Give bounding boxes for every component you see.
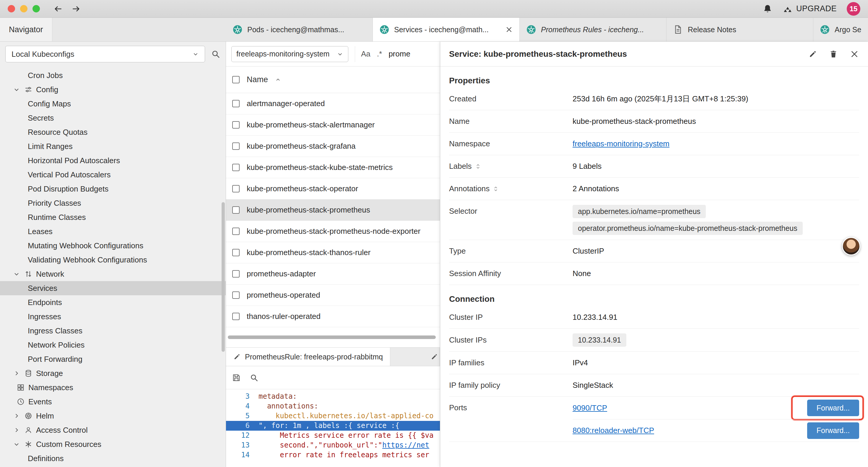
sidebar-item-secrets[interactable]: Secrets — [0, 111, 226, 125]
scrollbar-thumb[interactable] — [228, 335, 436, 339]
row-checkbox[interactable] — [232, 249, 240, 256]
tab-services-icecheng-math[interactable]: Services - icecheng@math... — [373, 18, 520, 41]
table-row[interactable]: kube-prometheus-stack-operator — [226, 178, 440, 200]
sidebar-item-ingress-classes[interactable]: Ingress Classes — [0, 324, 226, 338]
sidebar-item-custom-resources[interactable]: Custom Resources — [0, 437, 226, 451]
row-checkbox[interactable] — [232, 291, 240, 299]
sidebar-item-services[interactable]: Services — [0, 281, 226, 295]
sidebar-scrollbar[interactable] — [222, 202, 225, 352]
tab-pods-icecheng-mathmas[interactable]: Pods - icecheng@mathmas... — [226, 18, 373, 41]
editor-line[interactable]: 13 second.","runbook_url":"https://net — [226, 440, 440, 450]
sidebar-item-definitions[interactable]: Definitions — [0, 451, 226, 466]
table-row[interactable]: kube-prometheus-stack-prometheus-node-ex… — [226, 221, 440, 242]
sidebar-item-access-control[interactable]: Access Control — [0, 423, 226, 437]
sort-updown-icon[interactable] — [475, 163, 481, 170]
port-link[interactable]: 8080:reloader-web/TCP — [572, 426, 654, 435]
row-checkbox[interactable] — [232, 206, 240, 214]
table-row[interactable]: prometheus-operated — [226, 285, 440, 306]
sidebar-item-config[interactable]: Config — [0, 83, 226, 97]
match-case-toggle[interactable]: Aa — [361, 49, 370, 59]
table-row[interactable]: kube-prometheus-stack-alertmanager — [226, 114, 440, 136]
sidebar-item-network-policies[interactable]: Network Policies — [0, 338, 226, 352]
sidebar-item-config-maps[interactable]: Config Maps — [0, 97, 226, 111]
sidebar-item-port-forwarding[interactable]: Port Forwarding — [0, 352, 226, 366]
edit-icon[interactable] — [808, 50, 817, 59]
search-query-input[interactable]: prome — [389, 49, 410, 59]
sidebar-item-namespaces[interactable]: Namespaces — [0, 380, 226, 395]
window-zoom-button[interactable] — [32, 5, 40, 12]
horizontal-scrollbar[interactable] — [226, 327, 440, 347]
window-close-button[interactable] — [8, 5, 15, 12]
sidebar-item-vertical-pod-autoscalers[interactable]: Vertical Pod Autoscalers — [0, 168, 226, 182]
tab-argo-se[interactable]: Argo Se — [813, 18, 868, 41]
port-link[interactable]: 9090/TCP — [572, 404, 607, 413]
table-row[interactable]: kube-prometheus-stack-prometheus — [226, 200, 440, 221]
sidebar-item-ingresses[interactable]: Ingresses — [0, 310, 226, 324]
save-icon[interactable] — [232, 373, 241, 382]
chevron-right-icon[interactable] — [13, 412, 20, 419]
editor-search-icon[interactable] — [250, 373, 258, 382]
kubeconfig-select[interactable]: Local Kubeconfigs — [5, 46, 205, 62]
sidebar-item-events[interactable]: Events — [0, 395, 226, 409]
upgrade-button[interactable]: UPGRADE — [783, 4, 837, 14]
delete-icon[interactable] — [829, 50, 838, 59]
sidebar-item-limit-ranges[interactable]: Limit Ranges — [0, 139, 226, 153]
sidebar-item-validating-webhook-configurations[interactable]: Validating Webhook Configurations — [0, 253, 226, 267]
sidebar-item-resource-quotas[interactable]: Resource Quotas — [0, 125, 226, 139]
row-checkbox[interactable] — [232, 164, 240, 171]
tab-prometheus-rules-icecheng[interactable]: Prometheus Rules - icecheng... — [520, 18, 666, 41]
sidebar-item-network[interactable]: Network — [0, 267, 226, 281]
back-icon[interactable] — [54, 4, 63, 13]
close-icon[interactable] — [505, 26, 513, 33]
chevron-down-icon[interactable] — [13, 270, 20, 278]
forward-icon[interactable] — [71, 4, 81, 13]
table-row[interactable]: alertmanager-operated — [226, 93, 440, 114]
sidebar-item-leases[interactable]: Leases — [0, 224, 226, 238]
sidebar-item-storage[interactable]: Storage — [0, 366, 226, 380]
namespace-select[interactable]: freeleaps-monitoring-system — [231, 46, 348, 62]
table-row[interactable]: prometheus-adapter — [226, 263, 440, 285]
notification-badge[interactable]: 15 — [847, 2, 860, 16]
chevron-down-icon[interactable] — [13, 441, 20, 448]
row-checkbox[interactable] — [232, 143, 240, 150]
yaml-editor[interactable]: 3metadata:4 annotations:5 kubectl.kubern… — [226, 389, 440, 467]
chevron-down-icon[interactable] — [13, 86, 20, 93]
row-checkbox[interactable] — [232, 270, 240, 278]
sidebar-item-runtime-classes[interactable]: Runtime Classes — [0, 210, 226, 224]
editor-line[interactable]: 3metadata: — [226, 391, 440, 401]
row-checkbox[interactable] — [232, 100, 240, 107]
sidebar-item-endpoints[interactable]: Endpoints — [0, 295, 226, 310]
row-checkbox[interactable] — [232, 121, 240, 128]
sidebar-item-pod-disruption-budgets[interactable]: Pod Disruption Budgets — [0, 182, 226, 196]
forward-button[interactable]: Forward... — [807, 400, 859, 416]
forward-button[interactable]: Forward... — [807, 422, 859, 439]
row-checkbox[interactable] — [232, 228, 240, 235]
select-all-checkbox[interactable] — [232, 76, 240, 83]
sort-updown-icon[interactable] — [493, 185, 499, 192]
row-checkbox[interactable] — [232, 313, 240, 320]
editor-line[interactable]: 12 Metrics service error rate is {{ $va — [226, 431, 440, 440]
editor-line[interactable]: 14 error rate in freeleaps metrics ser — [226, 450, 440, 460]
bell-icon[interactable] — [763, 4, 773, 14]
table-row[interactable]: kube-prometheus-stack-grafana — [226, 136, 440, 157]
table-row[interactable]: thanos-ruler-operated — [226, 306, 440, 327]
editor-line[interactable]: 4 annotations: — [226, 401, 440, 411]
sidebar-item-helm[interactable]: Helm — [0, 409, 226, 423]
namespace-link[interactable]: freeleaps-monitoring-system — [572, 139, 670, 148]
sidebar-item-horizontal-pod-autoscalers[interactable]: Horizontal Pod Autoscalers — [0, 153, 226, 168]
editor-line[interactable]: 5 kubectl.kubernetes.io/last-applied-co — [226, 411, 440, 421]
table-row[interactable]: kube-prometheus-stack-kube-state-metrics — [226, 157, 440, 178]
editor-tab-prometheusrule[interactable]: PrometheusRule: freeleaps-prod-rabbitmq — [226, 348, 390, 366]
sort-asc-icon[interactable] — [275, 77, 281, 83]
editor-line[interactable]: 6", for: 1m , labels :{ service :{ — [226, 421, 440, 431]
sidebar-item-priority-classes[interactable]: Priority Classes — [0, 196, 226, 210]
chevron-right-icon[interactable] — [13, 370, 20, 377]
navigator-tab[interactable]: Navigator — [0, 18, 52, 41]
user-avatar[interactable] — [842, 237, 860, 255]
regex-toggle[interactable]: .* — [377, 49, 382, 59]
search-icon[interactable] — [211, 49, 220, 59]
name-column-header[interactable]: Name — [247, 75, 268, 84]
sidebar-item-cron-jobs[interactable]: Cron Jobs — [0, 68, 226, 83]
close-icon[interactable] — [850, 49, 859, 59]
chevron-right-icon[interactable] — [13, 427, 20, 434]
